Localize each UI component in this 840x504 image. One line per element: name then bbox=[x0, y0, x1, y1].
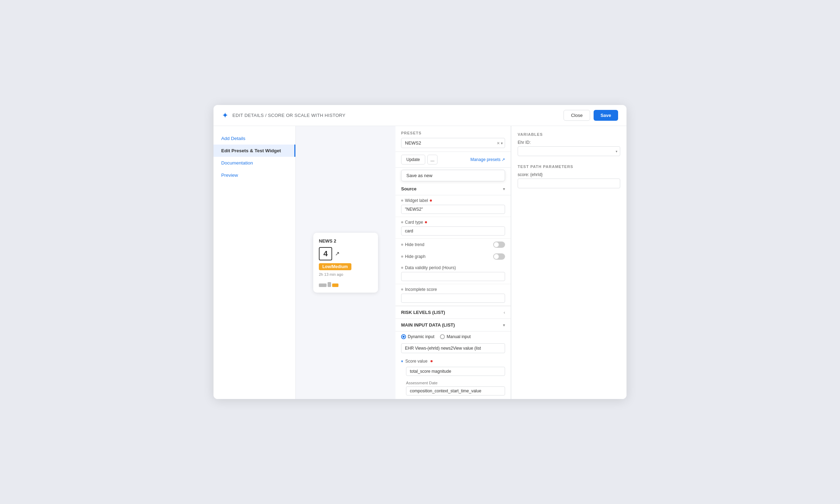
hide-trend-row: Hide trend bbox=[396, 239, 511, 251]
source-section-title: Source bbox=[401, 186, 416, 191]
ehr-input-field[interactable] bbox=[401, 343, 505, 353]
score-value-subsection: ▾ Score value Assessment Date bbox=[396, 356, 511, 399]
more-options-button[interactable]: ... bbox=[427, 155, 438, 164]
widget-score-box: 4 bbox=[319, 247, 332, 260]
widget-label-input[interactable] bbox=[401, 205, 505, 214]
presets-label: PRESETS bbox=[401, 131, 505, 135]
source-section: Source ▾ Widget label Card bbox=[396, 183, 511, 306]
main-input-chevron-icon: ▾ bbox=[503, 323, 505, 328]
score-value-chevron-icon: ▾ bbox=[401, 359, 403, 364]
bar-3 bbox=[332, 284, 338, 287]
hide-graph-row: Hide graph bbox=[396, 251, 511, 262]
app-header: ✦ EDIT DETAILS / SCORE OR SCALE WITH HIS… bbox=[214, 105, 626, 126]
hide-graph-toggle[interactable] bbox=[493, 253, 505, 260]
presets-select[interactable]: NEWS2 bbox=[401, 138, 505, 148]
presets-actions: Update ... Manage presets ↗ bbox=[396, 152, 511, 168]
required-dot-score bbox=[430, 360, 433, 362]
presets-buttons: Update ... bbox=[401, 155, 438, 164]
incomplete-score-label: Incomplete score bbox=[401, 287, 505, 292]
card-type-input[interactable] bbox=[401, 226, 505, 236]
data-validity-field: Data validity period (Hours) bbox=[396, 262, 511, 284]
assessment-date-subfield: Assessment Date bbox=[401, 379, 505, 399]
presets-select-row: NEWS2 ✕ ▾ bbox=[401, 138, 505, 148]
required-dot-2 bbox=[425, 221, 427, 223]
test-path-section: TEST PATH PARAMETERS score: {ehrId} bbox=[518, 164, 620, 192]
main-input-header[interactable]: MAIN INPUT DATA (LIST) ▾ bbox=[396, 319, 511, 331]
sidebar: Add Details Edit Presets & Test Widget D… bbox=[214, 126, 296, 399]
dynamic-input-label: Dynamic input bbox=[408, 334, 434, 339]
data-validity-label: Data validity period (Hours) bbox=[401, 265, 505, 270]
presets-select-icons: ✕ ▾ bbox=[497, 141, 503, 145]
widget-badge: Low/Medium bbox=[319, 263, 351, 270]
test-path-param-label: score: {ehrId} bbox=[518, 172, 620, 177]
test-path-input[interactable] bbox=[518, 178, 620, 188]
save-button[interactable]: Save bbox=[594, 110, 618, 121]
input-type-radio-row: Dynamic input Manual input bbox=[396, 331, 511, 342]
hide-trend-toggle[interactable] bbox=[493, 241, 505, 248]
main-layout: Add Details Edit Presets & Test Widget D… bbox=[214, 126, 626, 399]
risk-levels-section: RISK LEVELS (LIST) ‹ bbox=[396, 306, 511, 319]
info-dot-6 bbox=[401, 288, 403, 290]
dynamic-radio-circle[interactable] bbox=[401, 334, 406, 339]
widget-label-field: Widget label bbox=[396, 195, 511, 217]
incomplete-score-input[interactable] bbox=[401, 294, 505, 303]
right-panel: VARIABLES Ehr ID: ▾ TEST PATH PARAMETERS… bbox=[511, 126, 626, 399]
card-type-field: Card type bbox=[396, 217, 511, 239]
dynamic-input-option[interactable]: Dynamic input bbox=[401, 334, 434, 339]
hide-trend-label: Hide trend bbox=[401, 242, 424, 247]
save-as-new-dropdown[interactable]: Save as new bbox=[401, 170, 505, 181]
info-dot-2 bbox=[401, 221, 403, 223]
logo-icon: ✦ bbox=[222, 111, 228, 120]
test-path-title: TEST PATH PARAMETERS bbox=[518, 164, 620, 169]
sidebar-item-add-details[interactable]: Add Details bbox=[214, 132, 295, 145]
variables-section: VARIABLES Ehr ID: ▾ bbox=[518, 132, 620, 156]
card-type-label: Card type bbox=[401, 220, 505, 225]
variables-title: VARIABLES bbox=[518, 132, 620, 136]
score-value-header[interactable]: ▾ Score value bbox=[401, 356, 505, 365]
risk-levels-header[interactable]: RISK LEVELS (LIST) ‹ bbox=[396, 306, 511, 319]
required-dot bbox=[430, 200, 432, 202]
info-dot-5 bbox=[401, 267, 403, 269]
bar-2 bbox=[328, 282, 331, 287]
presets-header: PRESETS NEWS2 ✕ ▾ bbox=[396, 126, 511, 152]
sidebar-item-preview[interactable]: Preview bbox=[214, 169, 295, 181]
info-dot-4 bbox=[401, 255, 403, 258]
ehr-id-select[interactable] bbox=[518, 146, 620, 156]
ehr-id-select-wrapper: ▾ bbox=[518, 146, 620, 156]
widget-trend-icon: ↗ bbox=[335, 250, 340, 257]
manual-input-option[interactable]: Manual input bbox=[440, 334, 471, 339]
external-link-icon: ↗ bbox=[502, 157, 505, 162]
widget-label-label: Widget label bbox=[401, 198, 505, 203]
close-button[interactable]: Close bbox=[564, 110, 590, 121]
assessment-date-input[interactable] bbox=[406, 386, 505, 396]
widget-bars bbox=[319, 280, 372, 287]
incomplete-score-field: Incomplete score bbox=[396, 284, 511, 306]
main-input-section: MAIN INPUT DATA (LIST) ▾ Dynamic input M… bbox=[396, 319, 511, 399]
score-value-subfield bbox=[401, 365, 505, 379]
info-dot-3 bbox=[401, 244, 403, 246]
widget-score-row: 4 ↗ bbox=[319, 247, 372, 260]
manual-radio-circle[interactable] bbox=[440, 334, 445, 339]
header-left: ✦ EDIT DETAILS / SCORE OR SCALE WITH HIS… bbox=[222, 111, 345, 120]
sidebar-item-documentation[interactable]: Documentation bbox=[214, 157, 295, 169]
main-input-title: MAIN INPUT DATA (LIST) bbox=[401, 322, 455, 328]
info-dot bbox=[401, 200, 403, 202]
breadcrumb: EDIT DETAILS / SCORE OR SCALE WITH HISTO… bbox=[232, 113, 345, 118]
center-panel: PRESETS NEWS2 ✕ ▾ Update ... bbox=[396, 126, 511, 399]
presets-select-wrapper: NEWS2 ✕ ▾ bbox=[401, 138, 505, 148]
manual-input-label: Manual input bbox=[447, 334, 471, 339]
risk-levels-chevron-icon: ‹ bbox=[504, 310, 505, 315]
bar-1 bbox=[319, 284, 327, 287]
score-value-input[interactable] bbox=[406, 367, 505, 376]
widget-title: NEWS 2 bbox=[319, 238, 372, 244]
widget-card: NEWS 2 4 ↗ Low/Medium 2h 13 min ago bbox=[313, 233, 378, 293]
source-section-header[interactable]: Source ▾ bbox=[396, 183, 511, 195]
manage-presets-link[interactable]: Manage presets ↗ bbox=[470, 157, 505, 162]
header-actions: Close Save bbox=[564, 110, 618, 121]
update-button[interactable]: Update bbox=[401, 155, 425, 164]
score-value-label: Score value bbox=[405, 359, 427, 364]
ehr-id-label: Ehr ID: bbox=[518, 140, 620, 145]
data-validity-input[interactable] bbox=[401, 272, 505, 281]
sidebar-item-edit-presets[interactable]: Edit Presets & Test Widget bbox=[214, 145, 295, 157]
source-chevron-icon: ▾ bbox=[503, 187, 505, 191]
